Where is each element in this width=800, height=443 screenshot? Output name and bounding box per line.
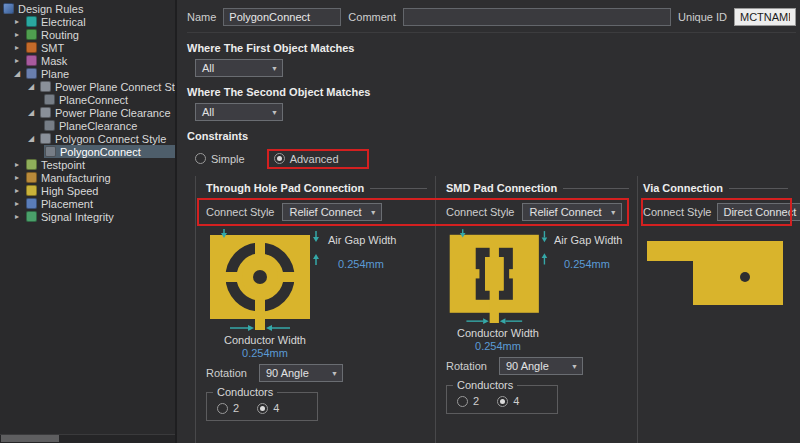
- column-title: Via Connection: [643, 182, 723, 194]
- tree-item-polygonconnect-selected[interactable]: PolygonConnect: [0, 145, 175, 158]
- conductors-4-option[interactable]: 4: [257, 402, 279, 414]
- conductors-2-option[interactable]: 2: [457, 395, 479, 407]
- tree-item-testpoint[interactable]: ▸ Testpoint: [0, 158, 175, 171]
- tree-item-power-plane-clearance[interactable]: ◢ Power Plane Clearance: [0, 106, 175, 119]
- expander-icon[interactable]: ▸: [12, 15, 22, 28]
- scrollbar-thumb[interactable]: [1, 435, 59, 442]
- simple-label: Simple: [211, 153, 245, 165]
- tree-item-mask[interactable]: ▸ Mask: [0, 54, 175, 67]
- horizontal-scrollbar[interactable]: [0, 434, 175, 443]
- expander-icon[interactable]: ▸: [12, 41, 22, 54]
- tree-item-placement[interactable]: ▸ Placement: [0, 197, 175, 210]
- expander-icon[interactable]: ▸: [12, 158, 22, 171]
- tree-item-high-speed[interactable]: ▸ High Speed: [0, 184, 175, 197]
- advanced-mode-annotation: Advanced: [267, 149, 369, 169]
- expander-icon[interactable]: ◢: [26, 80, 36, 93]
- column-header: SMD Pad Connection: [446, 182, 629, 194]
- comment-input[interactable]: [403, 8, 671, 26]
- mask-icon: [26, 55, 37, 66]
- tree-item-smt[interactable]: ▸ SMT: [0, 41, 175, 54]
- air-gap-label: Air Gap Width: [554, 234, 622, 246]
- rule-identity-row: Name Comment Unique ID: [187, 6, 796, 33]
- expander-icon[interactable]: ◢: [26, 132, 36, 145]
- advanced-label: Advanced: [290, 153, 339, 165]
- tree-item-label: High Speed: [41, 185, 99, 197]
- column-header: Via Connection: [643, 182, 788, 194]
- conductors-2-label: 2: [233, 402, 239, 414]
- advanced-radio[interactable]: [274, 153, 285, 164]
- first-object-scope-dropdown[interactable]: All ▼: [195, 59, 283, 77]
- connect-style-row: Connect Style Relief Connect ▼: [446, 203, 629, 221]
- connect-style-label: Connect Style: [206, 206, 274, 218]
- tree-item-plane[interactable]: ◢ Plane: [0, 67, 175, 80]
- expander-icon[interactable]: ▸: [12, 28, 22, 41]
- expander-icon[interactable]: ▸: [12, 210, 22, 223]
- conductors-2-option[interactable]: 2: [217, 402, 239, 414]
- tree-item-planeclearance[interactable]: PlaneClearance: [0, 119, 175, 132]
- conductor-width-value: 0.254mm: [206, 347, 324, 359]
- smd-rotation-dropdown[interactable]: 90 Angle ▼: [499, 357, 583, 375]
- chevron-down-icon: ▼: [571, 363, 578, 370]
- conductors-2-radio[interactable]: [457, 396, 468, 407]
- constraints-columns: Through Hole Pad Connection Connect Styl…: [195, 176, 796, 443]
- conductors-4-radio[interactable]: [257, 403, 268, 414]
- simple-radio[interactable]: [195, 153, 206, 164]
- tree-item-signal-integrity[interactable]: ▸ Signal Integrity: [0, 210, 175, 223]
- expander-icon[interactable]: ◢: [12, 67, 22, 80]
- through-hole-pad-connection-panel: Through Hole Pad Connection Connect Styl…: [195, 176, 435, 443]
- second-object-matches-row: All ▼: [195, 103, 796, 121]
- via-direct-connect-diagram: [643, 235, 793, 313]
- via-connect-style-dropdown[interactable]: Direct Connect ▼: [717, 203, 800, 221]
- air-gap-label: Air Gap Width: [328, 234, 396, 246]
- unique-id-label: Unique ID: [678, 11, 727, 23]
- expander-icon[interactable]: ▸: [12, 197, 22, 210]
- dropdown-value: Relief Connect: [529, 206, 601, 218]
- tree-item-label: Placement: [41, 198, 93, 210]
- smd-conductors-group: Conductors 2 4: [446, 385, 558, 414]
- chevron-down-icon: ▼: [610, 209, 617, 216]
- conductors-2-radio[interactable]: [217, 403, 228, 414]
- chevron-down-icon: ▼: [271, 109, 278, 116]
- divider: [563, 188, 629, 189]
- conductors-4-radio[interactable]: [497, 396, 508, 407]
- design-rules-icon: [3, 3, 14, 14]
- advanced-mode-option[interactable]: Advanced: [274, 153, 339, 165]
- unique-id-input[interactable]: [734, 8, 796, 26]
- tree-item-label: Design Rules: [18, 3, 83, 15]
- dropdown-value: Direct Connect: [723, 206, 796, 218]
- expander-icon[interactable]: ◢: [26, 106, 36, 119]
- th-rotation-dropdown[interactable]: 90 Angle ▼: [259, 364, 343, 382]
- constraints-mode-row: Simple Advanced: [195, 147, 796, 170]
- tree-item-design-rules[interactable]: Design Rules: [0, 2, 175, 15]
- rotation-row: Rotation 90 Angle ▼: [446, 357, 629, 375]
- expander-icon[interactable]: ▸: [12, 184, 22, 197]
- tree-item-label: Polygon Connect Style: [55, 133, 166, 145]
- second-object-scope-dropdown[interactable]: All ▼: [195, 103, 283, 121]
- rule-type-icon: [40, 133, 51, 144]
- tree-item-manufacturing[interactable]: ▸ Manufacturing: [0, 171, 175, 184]
- tree-item-power-plane-connect-style[interactable]: ◢ Power Plane Connect Style: [0, 80, 175, 93]
- tree-item-label: Signal Integrity: [41, 211, 114, 223]
- tree-item-planeconnect[interactable]: PlaneConnect: [0, 93, 175, 106]
- dropdown-value: 90 Angle: [506, 360, 549, 372]
- smt-icon: [26, 42, 37, 53]
- name-input[interactable]: [223, 8, 341, 26]
- plane-icon: [26, 68, 37, 79]
- air-gap-callout: Air Gap Width 0.254mm: [328, 229, 396, 333]
- smd-connect-style-dropdown[interactable]: Relief Connect ▼: [522, 203, 621, 221]
- column-title: SMD Pad Connection: [446, 182, 557, 194]
- tree-item-polygon-connect-style[interactable]: ◢ Polygon Connect Style: [0, 132, 175, 145]
- expander-icon[interactable]: ▸: [12, 54, 22, 67]
- conductors-4-option[interactable]: 4: [497, 395, 519, 407]
- tree-item-label: Power Plane Connect Style: [55, 81, 177, 93]
- tree-item-label: Manufacturing: [41, 172, 111, 184]
- electrical-icon: [26, 16, 37, 27]
- tree-item-routing[interactable]: ▸ Routing: [0, 28, 175, 41]
- simple-mode-option[interactable]: Simple: [195, 153, 245, 165]
- tree-item-electrical[interactable]: ▸ Electrical: [0, 15, 175, 28]
- first-object-matches-row: All ▼: [195, 59, 796, 77]
- rule-type-icon: [40, 81, 51, 92]
- expander-icon[interactable]: ▸: [12, 171, 22, 184]
- signal-integrity-icon: [26, 211, 37, 222]
- th-connect-style-dropdown[interactable]: Relief Connect ▼: [282, 203, 381, 221]
